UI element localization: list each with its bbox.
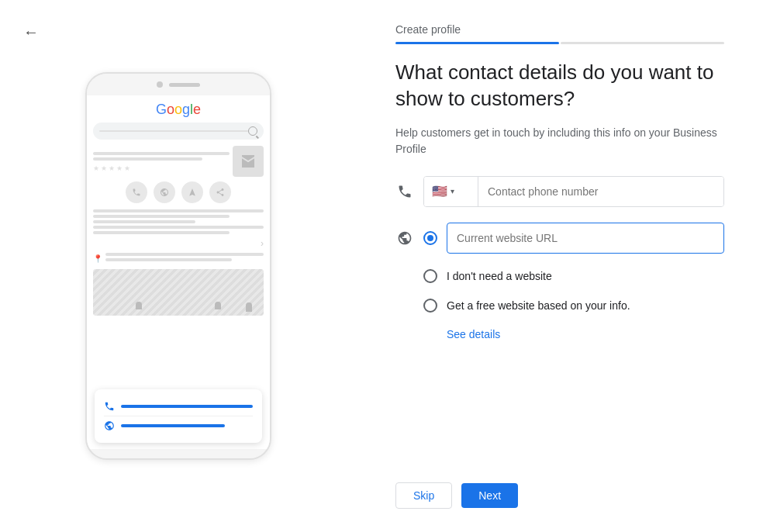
phone-mockup: Google ★ ★ ★ ★	[85, 72, 271, 460]
see-details-link[interactable]: See details	[395, 328, 724, 340]
phone-icon-share	[209, 181, 231, 203]
website-form-row	[395, 223, 724, 254]
buttons-row: Skip Next	[395, 467, 724, 509]
phone-stars-row: ★ ★ ★ ★ ★	[93, 146, 264, 177]
no-website-option[interactable]: I don't need a website	[395, 269, 724, 283]
page-title: What contact details do you want to show…	[395, 60, 724, 112]
phone-content-lines	[93, 209, 264, 234]
google-logo: Google	[93, 102, 264, 118]
left-panel: ← Google	[0, 0, 357, 532]
free-website-label: Get a free website based on your info.	[447, 299, 630, 312]
free-website-radio[interactable]	[423, 299, 437, 313]
phone-card-phone-icon	[104, 401, 115, 412]
phone-input-group[interactable]: 🇺🇸 ▾	[423, 176, 724, 207]
website-url-input[interactable]	[447, 223, 724, 254]
next-button[interactable]: Next	[461, 483, 518, 508]
flag-emoji: 🇺🇸	[432, 184, 447, 199]
country-select[interactable]: 🇺🇸 ▾	[424, 177, 478, 206]
phone-card-row-web	[104, 416, 253, 435]
phone-form-row: 🇺🇸 ▾	[395, 176, 724, 207]
phone-map-block	[93, 269, 264, 316]
progress-section: Create profile	[395, 23, 724, 44]
phone-stars: ★ ★ ★ ★ ★	[93, 164, 230, 171]
phone-icon-web	[154, 181, 175, 203]
free-website-option[interactable]: Get a free website based on your info.	[395, 299, 724, 313]
phone-card-phone-line	[121, 405, 253, 408]
phone-card-web-line	[121, 424, 225, 427]
skip-button[interactable]: Skip	[395, 482, 452, 509]
form-section: 🇺🇸 ▾ I don't need a website Get a fr	[395, 176, 724, 340]
no-website-label: I don't need a website	[447, 270, 552, 282]
globe-icon	[395, 229, 414, 247]
phone-shop-icon	[233, 146, 264, 177]
phone-bottom-card	[95, 389, 262, 443]
page-subtitle: Help customers get in touch by including…	[395, 125, 724, 157]
progress-bar-filled	[395, 42, 559, 44]
phone-card-web-icon	[104, 420, 115, 431]
phone-icon-call	[126, 181, 147, 203]
no-website-radio[interactable]	[423, 269, 437, 283]
phone-number-input[interactable]	[478, 177, 723, 206]
url-radio-selected[interactable]	[423, 231, 437, 245]
phone-camera	[157, 81, 163, 88]
phone-icon-directions	[181, 181, 203, 203]
progress-bar	[395, 42, 724, 44]
phone-card-row-phone	[104, 397, 253, 416]
phone-icons-row	[93, 181, 264, 203]
radio-dot	[427, 235, 433, 241]
phone-icon	[395, 182, 414, 201]
phone-search-bar	[93, 123, 264, 140]
progress-label: Create profile	[395, 23, 724, 36]
right-panel: Create profile What contact details do y…	[357, 0, 763, 532]
phone-search-icon	[248, 126, 257, 136]
chevron-down-icon: ▾	[451, 187, 454, 195]
progress-bar-empty	[561, 42, 724, 44]
back-button[interactable]: ←	[23, 23, 39, 41]
phone-speaker	[169, 83, 200, 87]
